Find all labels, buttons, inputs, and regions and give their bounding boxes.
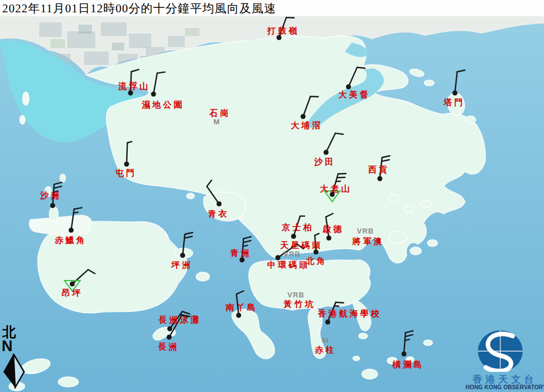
- station-dot: [276, 255, 281, 260]
- wind-barb: [128, 69, 139, 95]
- station-dot: [236, 313, 241, 318]
- wind-barb: [124, 142, 132, 167]
- station-dot: [330, 192, 335, 197]
- wind-barb: [236, 291, 244, 318]
- station-dot: [128, 91, 133, 96]
- wind-barb: [277, 17, 294, 40]
- station-dot: [324, 150, 329, 155]
- north-compass: 北 N: [1, 325, 28, 389]
- station-dot: [69, 228, 74, 233]
- map-title: 2022年11月01日12時00分的十分鐘平均風向及風速: [2, 1, 276, 16]
- hko-logo-english: HONG KONG OBSERVATORY: [466, 384, 544, 390]
- north-letter-label: N: [2, 339, 28, 353]
- title-bar: 2022年11月01日12時00分的十分鐘平均風向及風速: [0, 0, 544, 16]
- station-dot: [168, 326, 173, 332]
- wind-barb: [326, 302, 344, 325]
- wind-barb: [402, 331, 413, 357]
- station-dot: [301, 114, 306, 119]
- station-dot: [277, 35, 282, 40]
- station-dot: [326, 320, 331, 325]
- station-dot: [180, 253, 185, 258]
- station-dot: [378, 176, 383, 181]
- station-dot: [124, 162, 129, 167]
- wind-barb: [326, 213, 333, 240]
- station-dot: [50, 203, 55, 208]
- station-dot: [314, 250, 319, 255]
- station-dot: [151, 92, 156, 97]
- station-dot: [291, 234, 296, 239]
- wind-barb: [50, 183, 62, 208]
- north-arrow-icon: [1, 353, 27, 389]
- station-dot: [453, 91, 458, 96]
- station-dot: [217, 202, 222, 207]
- wind-map-image: 打鼓嶺流浮山濕地公園石崗M大美督塔門大埔滘沙田屯門西貢沙洲大老山青衣赤鱲角京士柏…: [0, 0, 544, 392]
- station-dot: [346, 85, 351, 90]
- station-dot: [402, 352, 407, 357]
- wind-barb: [453, 70, 465, 95]
- station-dot: [327, 236, 332, 241]
- wind-barb: [276, 244, 304, 260]
- hko-logo: 香港天文台 HONG KONG OBSERVATORY: [466, 320, 544, 392]
- wind-barb: [64, 270, 95, 291]
- wind-barb: [69, 208, 82, 233]
- station-dot: [167, 335, 172, 340]
- station-dot: [240, 258, 245, 263]
- wind-barb: [324, 174, 346, 202]
- wind-barb: [291, 216, 305, 239]
- wind-barb: [324, 133, 343, 155]
- wind-barb: [346, 67, 365, 89]
- station-dot: [70, 282, 75, 287]
- wind-barb: [207, 180, 221, 207]
- wind-barb-layer: [0, 0, 544, 392]
- wind-barb: [151, 72, 165, 97]
- wind-barb: [180, 232, 193, 258]
- wind-barb: [378, 156, 390, 181]
- wind-barb: [240, 237, 252, 263]
- hko-logo-icon: [466, 320, 544, 372]
- wind-barb: [301, 96, 318, 119]
- wind-barb: [314, 234, 319, 254]
